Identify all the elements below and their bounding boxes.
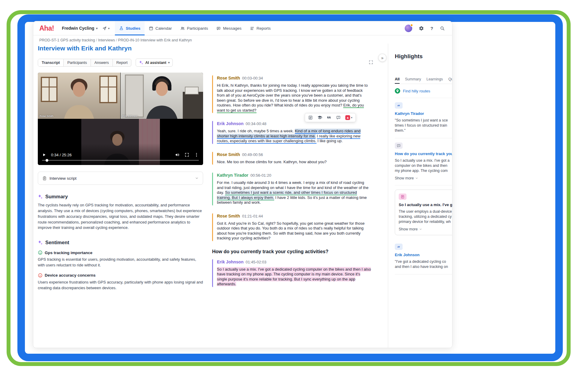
show-more-label: Show more [399,227,418,231]
card-text-line: times I focus on structured train [395,123,452,128]
workspace-selector[interactable]: Fredwin Cycling ▾ [62,26,98,31]
summary-heading: Summary [38,194,203,200]
nav-item-label: Calendar [155,26,172,31]
speaker-name: Rose Smith [217,214,240,218]
card-text-line: and then I also have tracking on [395,264,452,269]
transcript-text: For me. I usually ride around 3 to 4 tim… [217,180,371,205]
aha-menu-icon[interactable]: a▾ [345,115,352,120]
quote-icon[interactable] [327,115,332,120]
nav-item-studies[interactable]: Studies [115,21,145,35]
video-name-label: Rose Smith [40,115,54,118]
breadcrumb-separator: / [95,38,98,42]
sentiment-text: GPS tracking is essential for users, pro… [38,257,203,268]
answer-icon[interactable] [308,115,313,120]
view-tabs: TranscriptParticipantsAnswersReport [38,59,131,67]
tab-participants[interactable]: Participants [64,59,91,66]
card-text: "So sometimes I just want a scetimes I f… [395,118,452,133]
quick-nav-dropdown[interactable]: ▾ [102,26,110,31]
play-button[interactable] [42,153,46,157]
tab-answers[interactable]: Answers [91,59,113,66]
show-more-label: Show more [395,176,414,180]
highlight-span[interactable]: So I actually use a mix. I've got a dedi… [217,267,371,286]
card-text-line: computer on the bikes and then [395,163,452,168]
card-text-line: tracking, utilizing a dedicated cy [399,214,452,219]
view-tab-row: TranscriptParticipantsAnswersReport AI a… [38,58,173,67]
breadcrumb-item[interactable]: PROD-IN-10 Interview with Erik and Kathr… [118,38,192,42]
aha-logo[interactable]: Aha! [39,24,54,32]
video-timeline[interactable] [42,160,199,161]
video-scrubber[interactable] [46,159,48,162]
quote-badge-icon: “ [395,244,403,250]
tab-transcript[interactable]: Transcript [38,59,64,66]
speaker-name: Erik Johnson [217,121,244,126]
search-icon[interactable] [440,26,445,31]
breadcrumb-item[interactable]: PROD-ST-1 GPS activity tracking [39,38,95,42]
transcript-block[interactable]: Rose Smith01:21-01:44Got it. And you're … [212,213,371,241]
transcript-block[interactable]: Kathryn Tirador00:56-01:20For me. I usua… [212,172,371,206]
highlights-tab-learnings[interactable]: Learnings [426,77,443,84]
svg-text:?: ? [338,116,339,118]
highlight-toolbar: ?a▾ [305,113,356,122]
card-text-line: primary device for reliability, wh [399,219,452,224]
speaker-name: Kathryn Tirador [217,173,248,178]
ai-assistant-button[interactable]: AI assistant ▾ [136,58,173,67]
video-player[interactable]: Rose Smith [38,73,203,165]
transcript-block[interactable]: Erik Johnson01:45-02:03So I actually use… [212,259,371,287]
highlights-items: Find hilly routes“Kathryn Tirador"So som… [395,84,452,274]
fullscreen-icon[interactable] [184,152,189,157]
tab-report[interactable]: Report [113,59,131,66]
chevron-down-icon [419,228,422,231]
collapse-panel-button[interactable]: » [378,54,386,62]
highlight-card-quote[interactable]: “Kathryn Tirador"So sometimes I just wan… [395,98,452,138]
card-title: How do you currently track your cycling … [395,152,452,156]
show-more-button[interactable]: Show more [399,227,452,231]
sentiment-item: Device accuracy concernsUsers experience… [38,273,203,291]
highlight-item-find-hilly-routes[interactable]: Find hilly routes [395,84,452,98]
help-icon[interactable]: ? [430,26,433,31]
sentiment-title: Gps tracking importance [45,250,92,255]
highlight-card-insight[interactable]: So I actually use a mix. I've got aThe u… [395,190,452,235]
chevron-down-icon: ▾ [351,116,352,119]
transcript-block[interactable]: Erik Johnson00:34-00:48Yeah, sure. I rid… [212,121,371,144]
card-text-line: "So sometimes I just want a sce [395,118,452,123]
top-actions: ? [405,25,445,32]
highlights-tab-summary[interactable]: Summary [405,77,421,84]
learning-icon[interactable] [317,115,322,120]
transcript-block[interactable]: Rose Smith00:03-00:34Hi Erik, hi Kathryn… [212,75,371,113]
nav-item-calendar[interactable]: Calendar [145,21,176,35]
expand-icon[interactable] [369,60,373,64]
show-more-button[interactable]: Show more [395,176,452,180]
nav-item-reports[interactable]: Reports [246,21,275,35]
highlight-card-question[interactable]: ?How do you currently track your cycling… [395,138,452,185]
highlight-card-quote[interactable]: “Erik Johnson"I've got a dedicated cycli… [395,239,452,274]
highlights-tab-quotes[interactable]: Quotes [448,77,452,84]
transcript-block[interactable]: Rose Smith00:49-00:56Nice. Me too on tho… [212,152,371,165]
breadcrumb: PROD-ST-1 GPS activity tracking / Interv… [39,38,192,42]
highlights-panel: Highlights AllSummaryLearningsQuotes Fin… [388,44,452,348]
sentiment-title: Device accuracy concerns [45,273,96,278]
feedback-icon[interactable]: ? [336,115,341,120]
timestamp: 00:34-00:48 [246,122,266,126]
card-text: "I've got a dedicated cycling coand then… [395,259,452,269]
gear-icon[interactable] [419,26,424,31]
page-title: Interview with Erik and Kathryn [38,45,132,52]
card-text: The user employs a dual-devicetracking, … [399,209,452,224]
more-options-icon[interactable] [194,152,199,157]
interview-script-toggle[interactable]: Interview script [38,172,203,185]
nav-item-messages[interactable]: Messages [212,21,246,35]
highlights-title: Highlights [395,53,452,60]
volume-icon[interactable] [175,152,180,157]
breadcrumb-item[interactable]: Interviews [98,38,115,42]
speaker-name: Erik Johnson [217,260,244,264]
chevron-down-icon [195,176,199,180]
avatar[interactable] [405,25,412,32]
nav-item-participants[interactable]: Participants [176,21,212,35]
interview-script-label: Interview script [50,176,192,181]
question-badge-icon: ? [395,142,403,149]
video-feed-erik: Erik Johnson [121,73,203,119]
transcript-text: So I actually use a mix. I've got a dedi… [217,267,371,287]
timestamp: 00:03-00:34 [242,76,263,80]
timestamp: 01:21-01:44 [242,214,263,218]
highlights-tab-all[interactable]: All [395,77,400,84]
sparkle-icon [139,60,143,65]
